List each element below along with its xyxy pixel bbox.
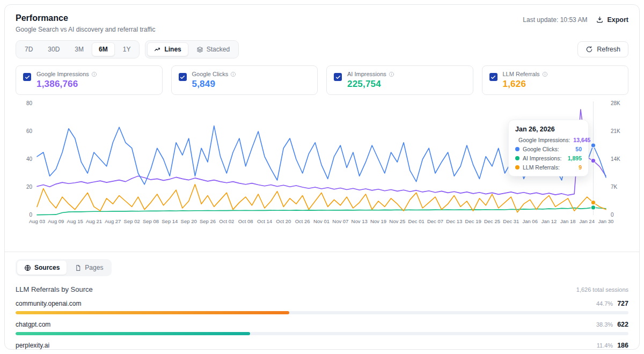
view-lines[interactable]: Lines (147, 42, 188, 56)
range-3m[interactable]: 3M (68, 42, 91, 56)
x-axis-tick: Oct 20 (276, 218, 291, 224)
sources-header: LLM Referrals by Source 1,626 total sess… (16, 285, 628, 293)
source-row[interactable]: chatgpt.com 38.3% 622 (16, 321, 628, 335)
source-percent: 11.4% (597, 342, 613, 349)
checkbox-checked-icon[interactable] (23, 73, 31, 81)
tooltip-row: Google Clicks: 50 (515, 146, 582, 152)
metric-value: 1,626 (503, 79, 548, 90)
x-axis-tick: Sep 02 (124, 218, 140, 224)
left-axis-tick: 40 (26, 156, 33, 162)
tooltip-label: Google Clicks: (523, 146, 572, 152)
metric-card-google-clicks[interactable]: Google Clicks 5,849 (171, 65, 318, 95)
hover-dot (591, 200, 595, 204)
total-sessions: 1,626 total sessions (576, 286, 628, 293)
hover-dot (591, 158, 595, 163)
range-7d[interactable]: 7D (18, 42, 40, 56)
x-axis-tick: Nov 01 (313, 218, 330, 224)
metric-body: LLM Referrals 1,626 (503, 71, 548, 90)
page-title: Performance (16, 13, 156, 23)
source-bar-track (16, 332, 628, 335)
x-axis-tick: Sep 08 (143, 218, 159, 224)
view-stacked[interactable]: Stacked (189, 42, 237, 56)
metric-label: Google Clicks (192, 71, 229, 77)
checkbox-checked-icon[interactable] (334, 73, 342, 81)
source-stats: 44.7% 727 (596, 300, 628, 307)
metric-label: Google Impressions (36, 71, 89, 77)
source-row-top: perplexity.ai 11.4% 186 (16, 342, 628, 349)
series-dot (515, 147, 519, 151)
x-axis-tick: Jan 30 (598, 218, 614, 224)
source-percent: 38.3% (596, 321, 613, 328)
header-meta: Last update: 10:53 AM Export (523, 16, 628, 24)
tooltip-label: AI Impressions: (523, 155, 565, 161)
x-axis-tick: Dec 31 (503, 218, 519, 224)
download-icon (596, 16, 604, 24)
x-axis-tick: Sep 26 (200, 218, 216, 224)
range-6m[interactable]: 6M (92, 42, 115, 56)
x-axis-tick: Dec 25 (484, 218, 500, 224)
tab-sources[interactable]: Sources (17, 261, 67, 275)
x-axis-tick: Oct 02 (219, 218, 234, 224)
left-controls: 7D 30D 3M 6M 1Y Lines Stacked (16, 40, 239, 58)
x-axis-tick: Oct 08 (238, 218, 253, 224)
x-axis-tick: Oct 26 (295, 218, 310, 224)
info-icon (230, 71, 236, 77)
info-icon (91, 71, 97, 77)
metric-value: 1,386,766 (36, 79, 97, 90)
metric-body: Google Clicks 5,849 (192, 71, 237, 90)
performance-chart[interactable]: 02040608007K14K21K28KAug 03Aug 09Aug 15A… (16, 99, 628, 227)
metric-label: AI Impressions (347, 71, 386, 77)
metric-card-llm-referrals[interactable]: LLM Referrals 1,626 (482, 65, 629, 95)
x-axis-tick: Dec 01 (408, 218, 425, 224)
x-axis-tick: Sep 14 (162, 218, 178, 224)
right-axis-tick: 14K (611, 156, 620, 162)
tab-sources-label: Sources (34, 264, 60, 271)
series-dot (515, 156, 519, 160)
metric-label-row: Google Clicks (192, 71, 237, 77)
x-axis-tick: Nov 19 (370, 218, 386, 224)
x-axis-tick: Oct 14 (257, 218, 272, 224)
right-axis-tick: 21K (611, 128, 620, 134)
x-axis-tick: Aug 27 (105, 218, 121, 224)
tooltip-value: 1,895 (568, 155, 582, 161)
metric-value: 5,849 (192, 79, 237, 90)
checkbox-checked-icon[interactable] (179, 73, 187, 81)
source-count: 186 (617, 342, 628, 349)
header-titles: Performance Google Search vs AI discover… (16, 13, 156, 33)
range-1y[interactable]: 1Y (116, 42, 138, 56)
metric-card-ai-impressions[interactable]: AI Impressions 225,754 (326, 65, 473, 95)
hover-dot (591, 205, 595, 210)
x-axis-tick: Aug 09 (48, 218, 64, 224)
export-button[interactable]: Export (596, 16, 628, 24)
globe-icon (24, 264, 31, 271)
tab-pages-label: Pages (85, 264, 103, 271)
source-bar-fill (16, 311, 289, 314)
tooltip-label: Google Impressions: (518, 137, 570, 143)
metric-card-google-impressions[interactable]: Google Impressions 1,386,766 (16, 65, 163, 95)
source-name: perplexity.ai (16, 342, 49, 349)
last-update-text: Last update: 10:53 AM (523, 16, 587, 24)
x-axis-tick: Nov 07 (332, 218, 348, 224)
x-axis-tick: Jan 12 (541, 218, 557, 224)
left-axis-tick: 20 (26, 184, 33, 190)
source-row[interactable]: perplexity.ai 11.4% 186 (16, 342, 628, 350)
checkbox-checked-icon[interactable] (489, 73, 497, 81)
dashboard-card: Performance Google Search vs AI discover… (4, 4, 640, 350)
refresh-button[interactable]: Refresh (577, 41, 628, 57)
x-axis-tick: Nov 25 (389, 218, 405, 224)
chart-tooltip: Jan 26, 2026 Google Impressions: 13,645 … (508, 120, 589, 176)
view-stacked-label: Stacked (207, 46, 230, 53)
tab-pages[interactable]: Pages (68, 261, 110, 275)
sources-title: LLM Referrals by Source (16, 285, 93, 293)
metric-label-row: LLM Referrals (503, 71, 548, 77)
metric-label: LLM Referrals (503, 71, 540, 77)
trend-line-icon (154, 46, 161, 53)
range-30d[interactable]: 30D (41, 42, 67, 56)
source-count: 727 (617, 300, 628, 307)
x-axis-tick: Sep 20 (181, 218, 197, 224)
tooltip-label: LLM Referrals: (523, 164, 575, 171)
x-axis-tick: Jan 06 (522, 218, 538, 224)
source-row[interactable]: community.openai.com 44.7% 727 (16, 300, 628, 314)
x-axis-tick: Aug 03 (29, 218, 45, 224)
x-axis-tick: Jan 18 (560, 218, 576, 224)
